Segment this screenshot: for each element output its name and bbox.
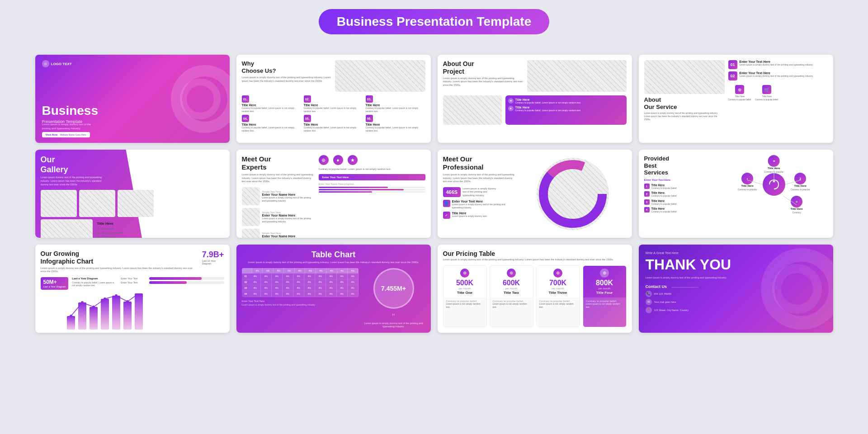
- expert-2-img: [242, 208, 260, 226]
- svg-rect-11: [123, 302, 132, 330]
- donut-chart: [537, 158, 609, 230]
- svg-rect-8: [90, 307, 98, 330]
- svg-line-4: [783, 196, 797, 205]
- serv-item-1: 1 Title Here Contrary to popular belief.: [644, 184, 716, 190]
- cycle-lines: [738, 155, 810, 214]
- svg-point-16: [104, 297, 106, 300]
- phone-label: 054 123 456/89: [654, 292, 671, 295]
- prof-icon-3: ★: [348, 155, 358, 165]
- slide-2-title: Why Choose Us?: [242, 60, 331, 74]
- slide-4-img: [644, 60, 725, 94]
- progress-bar-3: [319, 191, 425, 193]
- slide-7: Meet Our Professional Lorem ipsum is sim…: [438, 150, 632, 238]
- plan-3: ⊕ 700K per month Title Three Contrary to…: [536, 265, 580, 327]
- feat-1: 👤 Enter Your Text Here Lorem ipsum is si…: [443, 200, 515, 209]
- slide-3: About Our Project Lorem ipsum is simply …: [438, 55, 632, 143]
- slide-3-bottom-img: [443, 95, 502, 125]
- slide-3-desc: Lorem ipsum is simply dummy text of the …: [443, 77, 524, 87]
- svg-rect-6: [67, 316, 75, 330]
- prof-icon-2: ♦: [333, 155, 343, 165]
- plan-4: ⊕ 800K per month Title Four Contrary to …: [583, 265, 627, 327]
- stat-num-box: 466S: [443, 187, 461, 197]
- progress-bar-1: [319, 187, 425, 188]
- page-header: Business Presentation Template: [319, 9, 550, 46]
- slide-8-title: Provided Best Services: [644, 155, 716, 176]
- slide-5: Our Gallery Lorem ipsum dummy text of th…: [35, 150, 230, 238]
- gallery-info-title: Title Here: [97, 222, 224, 226]
- item-5: 05. Title Here Contrary to popular belie…: [304, 115, 363, 132]
- stat-50m: 50M+ Last a Year Diagram: [41, 277, 69, 290]
- svg-line-5: [747, 180, 763, 184]
- cycle-diagram: ⊕ Title Here Contrary to popular 2 Title…: [738, 155, 810, 214]
- slide-10-title: Table Chart: [242, 250, 425, 259]
- slide-6-title: Meet Our Experts: [242, 155, 314, 171]
- bar-chart-area: [41, 293, 224, 330]
- svg-point-14: [81, 301, 84, 304]
- stat-label: Lorem ipsum is simply dummy text of the …: [462, 187, 499, 197]
- items-grid: 01. Title Here Contrary to popular belie…: [242, 95, 425, 132]
- item-4: 04. Title Here Contrary to popular belie…: [242, 115, 302, 132]
- item-1: 01. Title Here Contrary to popular belie…: [242, 95, 302, 113]
- slide-4-desc: Lorem ipsum is simply dummy text of the …: [644, 112, 725, 121]
- stat-desc-title: Last a Year Diagram: [72, 277, 117, 280]
- stat-desc-text: Contrary to popular belief, Lorem ipsum …: [72, 281, 117, 287]
- serv-item-3: 3 Title Here Contrary to popular belief.: [644, 199, 716, 206]
- slide-1: ⊙ LOGO TEXT Business Presentation Templa…: [35, 55, 230, 143]
- phone-icon: 📞: [646, 291, 652, 297]
- experts-input-bar[interactable]: Enter Your Text Here: [319, 174, 425, 180]
- svg-point-18: [126, 300, 129, 303]
- quote-icon: ": [392, 312, 395, 322]
- address-label: 123 Street, City Name, Country: [654, 309, 689, 311]
- item-6: 06. Title Here Contrary to popular belie…: [366, 115, 425, 132]
- gallery-img-3: [118, 190, 154, 217]
- step-1: 01 Enter Your Text Here Lorem ipsum is s…: [728, 60, 828, 69]
- slide-3-title: About Our Project: [443, 60, 524, 75]
- svg-point-15: [92, 306, 95, 308]
- svg-rect-10: [112, 296, 120, 330]
- slide-8-enter-text: Enter Your Text Here: [644, 179, 716, 181]
- slide-7-desc: Lorem ipsum is simply dummy text of the …: [443, 173, 515, 184]
- slide-10-desc: Lorem ipsum is simply dummy text of the …: [242, 261, 425, 264]
- table-bottom-text: Enter Your Text Here: [242, 300, 359, 302]
- pricing-title: Our Pricing Table: [443, 250, 627, 257]
- gallery-img-large: [41, 219, 93, 238]
- feat-2: ✓ Title Here Lorem ipsum is simply dummy…: [443, 212, 515, 219]
- page-title: Business Presentation Template: [337, 14, 532, 29]
- table-bottom-desc: Lorem ipsum is simply dummy text of the …: [242, 303, 359, 306]
- step-2: 02 Enter Your Text Here Lorem ipsum is s…: [728, 71, 828, 80]
- email-label: Your mail goes here: [654, 301, 676, 303]
- big-number: 7.9B+: [202, 250, 224, 259]
- plan-2: ⊕ 600K per month Title Two Contrary to p…: [490, 265, 533, 327]
- slide-2: Why Choose Us? Lorem ipsum is simply dum…: [236, 55, 431, 143]
- slide-3-top-img: [527, 60, 627, 92]
- gallery-images-top: [41, 190, 224, 217]
- circle-decoration-2: [180, 79, 221, 119]
- email-icon: ✉: [646, 299, 652, 305]
- thank-desc: Lorem ipsum is simply dummy text of the …: [646, 276, 736, 280]
- slide-4: About Our Service Lorem ipsum is simply …: [639, 55, 833, 143]
- svg-line-3: [785, 180, 801, 184]
- logo-icon: ⊙: [42, 60, 49, 67]
- slide-9: Our Growing Infographic Chart Lorem ipsu…: [35, 245, 230, 333]
- slide-7-title: Meet Our Professional: [443, 155, 515, 171]
- serv-item-2: 2 Title Here Contrary to popular belief.: [644, 191, 716, 198]
- svg-rect-7: [78, 302, 86, 330]
- slide-9-title: Our Growing Infographic Chart: [41, 250, 198, 265]
- slide-12: Write A Great Text Here THANK YOU Lorem …: [639, 245, 833, 333]
- svg-rect-12: [135, 293, 143, 330]
- svg-rect-9: [101, 299, 109, 330]
- item-2: 02. Title Here Contrary to popular belie…: [304, 95, 363, 113]
- item-3: 03. Title Here Contrary to popular belie…: [366, 95, 425, 113]
- slide-9-desc: Lorem ipsum is simply dummy text of the …: [41, 267, 198, 274]
- slide-8: Provided Best Services Enter Your Text H…: [639, 150, 833, 238]
- plans-row: ⊕ 500K per month Title One Contrary to p…: [443, 265, 627, 327]
- address-icon: 📍: [646, 307, 652, 313]
- expert-3-img: [242, 229, 260, 238]
- gallery-title: Our Gallery: [41, 155, 224, 175]
- logo-text: LOGO TEXT: [51, 62, 72, 66]
- logo-area: ⊙ LOGO TEXT: [42, 60, 72, 67]
- visit-button[interactable]: Visit Now Website Name Goes Here: [42, 132, 90, 137]
- slide-2-image: [335, 60, 425, 92]
- purple-card: ★ Title Here Contrary to popular belief,…: [505, 95, 627, 125]
- thank-circle-2: [772, 264, 822, 314]
